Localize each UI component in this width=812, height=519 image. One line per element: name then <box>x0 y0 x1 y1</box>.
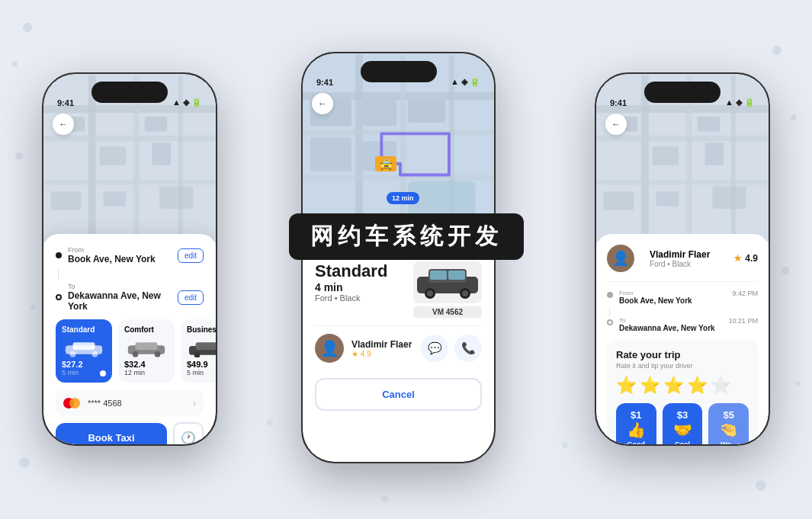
driver-name-center: Vladimir Flaer <box>351 339 412 350</box>
trip-from-row: From Book Ave, New York 9:42 PM <box>607 290 758 305</box>
driver-rating-center: 4.9 <box>361 350 371 358</box>
trip-to-row: To Dekawanna Ave, New York 10:21 PM <box>607 317 758 332</box>
svg-rect-9 <box>145 117 167 132</box>
edit-to-button[interactable]: edit <box>178 290 204 305</box>
to-location-left: Dekawanna Ave, New York <box>68 290 178 312</box>
driver-row-center: 👤 Vladimir Flaer ★ 4.9 💬 📞 <box>315 325 482 370</box>
tip-3-emoji: 🤝 <box>667 421 698 439</box>
card-number-left: **** 4568 <box>88 399 193 408</box>
time-right: 9:41 <box>610 98 627 107</box>
car-option-comfort[interactable]: Comfort $32.4 12 min <box>118 319 175 383</box>
star-3[interactable]: ⭐ <box>663 376 684 396</box>
standard-header: Standard 4 min Ford • Black <box>315 261 482 318</box>
from-row-left: From Book Ave, New York edit <box>56 246 204 264</box>
back-button-center[interactable]: ← <box>312 93 333 114</box>
cancel-button[interactable]: Cancel <box>315 378 482 411</box>
trip-from-label: From <box>619 290 692 296</box>
trip-from-location: Book Ave, New York <box>619 296 692 305</box>
stars-row: ⭐ ⭐ ⭐ ⭐ ⭐ <box>616 376 749 396</box>
back-button-left[interactable]: ← <box>53 114 74 135</box>
phone-left: 9:41 ▲ ◈ 🔋 <box>42 72 217 446</box>
svg-rect-4 <box>43 180 216 184</box>
svg-rect-35 <box>408 100 445 123</box>
trip-divider <box>609 308 610 316</box>
driver-card-right: 👤 Vladimir Flaer Ford • Black ★ 4.9 <box>607 245 758 282</box>
car-option-business[interactable]: Business $49.9 5 min <box>181 319 216 383</box>
svg-rect-3 <box>43 136 216 142</box>
star-4[interactable]: ⭐ <box>687 376 708 396</box>
booking-card-left: From Book Ave, New York edit To Dekawann… <box>43 234 216 444</box>
rate-section: Rate your trip Rate it and tip your driv… <box>607 340 758 444</box>
to-row-left: To Dekawanna Ave, New York edit <box>56 283 204 312</box>
tip-1-label: Good <box>621 441 652 444</box>
time-center: 9:41 <box>316 78 333 87</box>
comfort-price: $32.4 <box>124 360 168 369</box>
dynamic-island-left <box>91 82 168 103</box>
svg-rect-60 <box>712 186 746 208</box>
svg-point-46 <box>462 290 468 296</box>
rate-subtitle: Rate it and tip your driver <box>616 362 749 370</box>
svg-rect-8 <box>100 146 126 165</box>
car-label-standard: Standard <box>62 325 106 334</box>
license-plate: VM 4562 <box>413 306 482 318</box>
tip-5-dollar[interactable]: $5 🤏 Wo... <box>708 403 749 444</box>
car-option-standard[interactable]: Standard $27.2 5 min <box>56 319 112 383</box>
from-info-left: From Book Ave, New York <box>68 246 178 264</box>
svg-point-44 <box>427 290 433 296</box>
tip-options: $1 👍 Good $3 🤝 Cool $5 🤏 Wo... <box>616 403 749 444</box>
back-button-right[interactable]: ← <box>605 114 627 135</box>
tip-1-emoji: 👍 <box>621 421 652 439</box>
rating-star-right: ★ <box>733 253 742 264</box>
trip-from-dot <box>607 292 613 298</box>
car-desc-right: Ford • Black <box>650 260 710 268</box>
tip-3-label: Cool <box>667 441 698 444</box>
mastercard-icon <box>63 396 82 410</box>
phone-right: 9:41 ▲ ◈ 🔋 <box>595 72 770 446</box>
active-dot <box>100 370 106 376</box>
trip-to-time: 10:21 PM <box>728 317 758 325</box>
svg-rect-57 <box>704 143 724 165</box>
message-button[interactable]: 💬 <box>421 335 448 362</box>
svg-rect-12 <box>104 191 126 207</box>
svg-point-20 <box>133 351 139 357</box>
standard-price: $27.2 <box>62 360 106 369</box>
star-1[interactable]: ⭐ <box>616 376 637 396</box>
phone-left-screen: 9:41 ▲ ◈ 🔋 <box>43 74 216 444</box>
rate-title: Rate your trip <box>616 349 749 360</box>
payment-row-left[interactable]: **** 4568 › <box>56 390 204 416</box>
tip-1-dollar[interactable]: $1 👍 Good <box>616 403 656 444</box>
business-price: $49.9 <box>187 360 216 369</box>
star-2[interactable]: ⭐ <box>640 376 660 396</box>
svg-point-17 <box>92 351 98 357</box>
car-info: Ford • Black <box>315 293 387 303</box>
action-buttons: 💬 📞 <box>421 335 482 362</box>
call-button[interactable]: 📞 <box>454 335 482 362</box>
book-taxi-button[interactable]: Book Taxi <box>56 423 167 445</box>
from-location-left: Book Ave, New York <box>68 254 178 264</box>
headline-box: 网约车系统开发 <box>289 213 524 260</box>
service-time: 4 min <box>315 281 387 293</box>
tip-3-dollar[interactable]: $3 🤝 Cool <box>663 403 703 444</box>
schedule-button[interactable]: 🕐 <box>173 422 204 444</box>
star-5[interactable]: ⭐ <box>711 376 731 396</box>
tip-5-label: Wo... <box>713 441 744 444</box>
car-image-center <box>413 261 482 303</box>
svg-rect-30 <box>303 175 494 181</box>
headline-text: 网约车系统开发 <box>310 223 502 248</box>
driver-name-right: Vladimir Flaer <box>650 249 710 260</box>
driver-stars-center: ★ 4.9 <box>351 350 412 358</box>
edit-from-button[interactable]: edit <box>178 248 204 263</box>
svg-rect-59 <box>656 191 679 207</box>
driver-avatar-right: 👤 <box>607 245 634 272</box>
taxi-marker: 🚖 <box>375 156 396 171</box>
status-icons-right: ▲ ◈ 🔋 <box>725 98 755 107</box>
trip-to-dot <box>607 319 613 325</box>
svg-point-16 <box>70 351 76 357</box>
svg-rect-55 <box>653 146 679 165</box>
service-name: Standard <box>315 261 387 281</box>
tip-5-emoji: 🤏 <box>713 421 744 439</box>
svg-rect-11 <box>51 191 81 210</box>
car-label-comfort: Comfort <box>124 325 168 334</box>
tip-1-amount: $1 <box>621 409 652 421</box>
svg-rect-23 <box>196 342 216 350</box>
